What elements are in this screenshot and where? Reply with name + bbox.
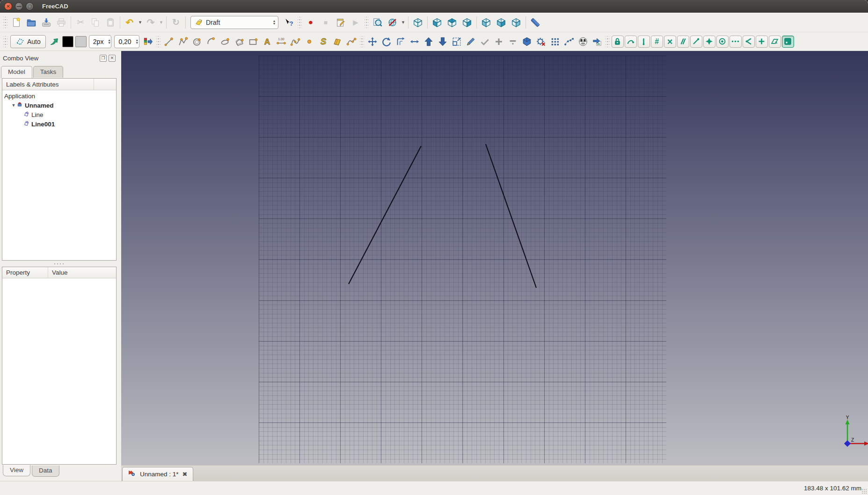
draft-dimension-button[interactable]: 1.00: [274, 35, 288, 49]
snap-near-button[interactable]: [625, 36, 637, 48]
measure-distance-button[interactable]: [528, 15, 543, 30]
tab-model[interactable]: Model: [1, 66, 32, 78]
view-right-button[interactable]: [460, 15, 474, 30]
redo-dropdown-button[interactable]: ▾: [158, 15, 164, 30]
spin-arrows-icon[interactable]: ▴▾: [134, 39, 138, 44]
draft-add-point-button[interactable]: [492, 35, 506, 49]
view-isometric-button[interactable]: [410, 15, 425, 30]
toolbar-grip[interactable]: [3, 36, 7, 47]
draft-point-button[interactable]: [302, 35, 316, 49]
view-left-button[interactable]: [509, 15, 524, 30]
workbench-selector[interactable]: Draft▴▾: [190, 16, 278, 29]
panel-close-icon[interactable]: ✕: [109, 55, 116, 62]
snap-angle-button[interactable]: [743, 36, 755, 48]
panel-splitter[interactable]: [0, 261, 118, 267]
line-width-spin[interactable]: 2px▴▾: [89, 35, 112, 48]
draft-trimex-button[interactable]: [408, 35, 422, 49]
toolbar-grip[interactable]: [298, 17, 302, 28]
draft-offset-button[interactable]: [394, 35, 408, 49]
tree-item-line001[interactable]: Line001: [2, 119, 116, 129]
document-tab-close-icon[interactable]: ✖: [182, 471, 188, 478]
view-top-button[interactable]: [445, 15, 460, 30]
tree-item-line[interactable]: Line: [2, 110, 116, 119]
snap-extension-button[interactable]: [729, 36, 742, 48]
text-scale-spin[interactable]: 0,20▴▾: [114, 35, 139, 48]
draft-ellipse-button[interactable]: [218, 35, 232, 49]
draw-style-dropdown-button[interactable]: ▾: [400, 15, 406, 30]
document-tab[interactable]: Unnamed : 1* ✖: [122, 467, 193, 481]
view-rear-button[interactable]: [479, 15, 494, 30]
3d-viewport[interactable]: Y X Z: [121, 51, 868, 465]
fit-all-button[interactable]: [370, 15, 385, 30]
toolbar-grip[interactable]: [360, 36, 364, 47]
draft-arc-button[interactable]: [204, 35, 218, 49]
macro-stop-button[interactable]: ■: [318, 15, 333, 30]
snap-intersection-button[interactable]: ×: [664, 36, 676, 48]
snap-working-plane-button[interactable]: [769, 36, 781, 48]
draft-move-button[interactable]: [365, 35, 379, 49]
undo-button[interactable]: ↶: [122, 15, 137, 30]
open-file-button[interactable]: [24, 15, 39, 30]
new-file-button[interactable]: [9, 15, 24, 30]
draft-path-array-button[interactable]: [562, 35, 576, 49]
draft-delete-point-button[interactable]: [506, 35, 520, 49]
draft-edit-button[interactable]: [464, 35, 478, 49]
tab-view[interactable]: View: [3, 465, 30, 476]
view-bottom-button[interactable]: [494, 15, 509, 30]
toolbar-grip[interactable]: [156, 36, 160, 47]
tree-column-header[interactable]: Labels & Attributes: [2, 79, 116, 90]
snap-parallel-button[interactable]: [677, 36, 689, 48]
snap-ortho-button[interactable]: [638, 36, 650, 48]
draft-export-button[interactable]: [590, 35, 604, 49]
line-color-swatch[interactable]: [62, 36, 73, 47]
whats-this-button[interactable]: ?: [281, 15, 296, 30]
snap-special-button[interactable]: [703, 36, 715, 48]
snap-grid-button[interactable]: #: [651, 36, 663, 48]
toolbar-grip[interactable]: [605, 36, 610, 47]
draft-rotate-button[interactable]: [379, 35, 394, 49]
view-front-button[interactable]: [430, 15, 445, 30]
toggle-grid-button[interactable]: [782, 36, 794, 48]
construction-plane-button[interactable]: Auto: [10, 35, 46, 48]
paste-button[interactable]: [103, 15, 118, 30]
property-header[interactable]: Property Value: [2, 267, 116, 278]
undo-dropdown-button[interactable]: ▾: [137, 15, 143, 30]
tree-item-unnamed[interactable]: ▼Unnamed: [2, 101, 116, 110]
draft-scale-button[interactable]: [450, 35, 464, 49]
draft-line-object[interactable]: [349, 146, 421, 284]
resize-grip[interactable]: [861, 488, 867, 494]
combo-spin-arrows-icon[interactable]: ▴▾: [273, 20, 275, 25]
window-maximize-button[interactable]: ▢: [26, 2, 34, 10]
titlebar[interactable]: ✕ — ▢ FreeCAD: [0, 0, 868, 13]
draft-clone-button[interactable]: [576, 35, 590, 49]
snap-midpoint-button[interactable]: [756, 36, 768, 48]
refresh-button[interactable]: ↻: [168, 15, 183, 30]
draft-line-object[interactable]: [486, 144, 536, 288]
print-button[interactable]: [54, 15, 69, 30]
draft-bezier-button[interactable]: [344, 35, 358, 49]
snap-endpoint-button[interactable]: [690, 36, 702, 48]
window-minimize-button[interactable]: —: [15, 2, 23, 10]
macro-record-button[interactable]: ●: [303, 15, 318, 30]
save-button[interactable]: [39, 15, 54, 30]
toolbar-grip[interactable]: [365, 17, 369, 28]
apply-style-button[interactable]: [47, 35, 61, 49]
copy-button[interactable]: [88, 15, 103, 30]
autogroup-button[interactable]: [141, 35, 155, 49]
draft-polygon-button[interactable]: [232, 35, 246, 49]
draft-text-button[interactable]: A: [260, 35, 274, 49]
macro-play-button[interactable]: ▶: [348, 15, 363, 30]
cut-button[interactable]: ✂: [73, 15, 88, 30]
draft-facebinder-button[interactable]: [330, 35, 344, 49]
tab-data[interactable]: Data: [32, 466, 59, 477]
draw-style-button[interactable]: [385, 15, 400, 30]
snap-center-button[interactable]: [716, 36, 729, 48]
draft-line-button[interactable]: [162, 35, 176, 49]
draft-downgrade-button[interactable]: [436, 35, 450, 49]
draft-wire-button[interactable]: [176, 35, 190, 49]
draft-bspline-button[interactable]: [288, 35, 302, 49]
tree-expander-icon[interactable]: ▼: [11, 103, 16, 108]
draft-upgrade-button[interactable]: [422, 35, 436, 49]
window-close-button[interactable]: ✕: [4, 2, 12, 10]
snap-lock-button[interactable]: [612, 36, 624, 48]
